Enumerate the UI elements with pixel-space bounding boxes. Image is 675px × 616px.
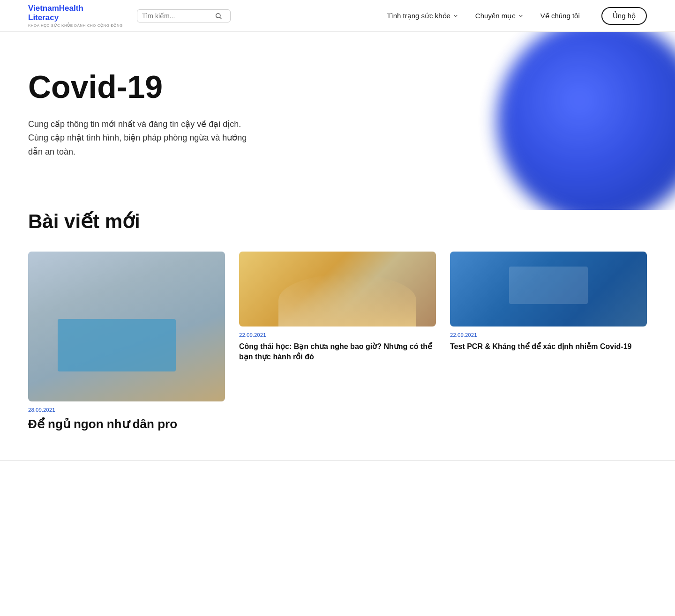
logo-title: VietnamHealthLiteracy <box>28 4 123 23</box>
post-image-pcr <box>450 252 647 327</box>
post-date-2: 22.09.2021 <box>239 332 436 338</box>
svg-line-1 <box>220 17 221 19</box>
hero-description: Cung cấp thông tin mới nhất và đáng tin … <box>28 118 258 159</box>
hero-text-block: Covid-19 Cung cấp thông tin mới nhất và … <box>28 69 291 159</box>
site-footer <box>0 460 675 489</box>
post-card-large[interactable]: 28.09.2021 Để ngủ ngon như dân pro <box>28 252 225 432</box>
main-nav: Tình trạng sức khỏe Chuyên mục Về chúng … <box>387 7 647 25</box>
new-posts-section: Bài viết mới 28.09.2021 Để ngủ ngon như … <box>0 210 675 460</box>
post-date-3: 22.09.2021 <box>450 332 647 338</box>
post-image-living-room <box>28 252 225 401</box>
logo-subtitle: KHOA HỌC SỨC KHỎE DÀNH CHO CỘNG ĐỒNG <box>28 23 123 28</box>
logo[interactable]: VietnamHealthLiteracy KHOA HỌC SỨC KHỎE … <box>28 4 123 28</box>
search-button[interactable] <box>215 12 222 20</box>
site-header: VietnamHealthLiteracy KHOA HỌC SỨC KHỎE … <box>0 0 675 32</box>
nav-item-tinh-trang[interactable]: Tình trạng sức khỏe <box>387 12 458 20</box>
post-date-1: 28.09.2021 <box>28 407 225 413</box>
hero-title: Covid-19 <box>28 69 291 104</box>
post-card-medium-1[interactable]: 22.09.2021 Công thái học: Bạn chưa nghe … <box>239 252 436 363</box>
search-icon <box>215 12 222 20</box>
section-title: Bài viết mới <box>28 210 647 233</box>
decorative-blob <box>497 32 675 210</box>
posts-grid: 28.09.2021 Để ngủ ngon như dân pro 22.09… <box>28 252 647 432</box>
nav-item-ve-chung-toi[interactable]: Về chúng tôi <box>540 12 580 20</box>
hero-section: Covid-19 Cung cấp thông tin mới nhất và … <box>0 32 675 210</box>
post-title-2: Công thái học: Bạn chưa nghe bao giờ? Nh… <box>239 341 436 363</box>
post-image-2 <box>239 252 436 327</box>
support-button[interactable]: Ủng hộ <box>601 7 647 25</box>
post-title-3: Test PCR & Kháng thể để xác định nhiễm C… <box>450 341 647 352</box>
search-input[interactable] <box>142 12 215 20</box>
post-image-3 <box>450 252 647 327</box>
nav-item-chuyen-muc[interactable]: Chuyên mục <box>475 12 524 20</box>
post-image-1 <box>28 252 225 401</box>
post-card-medium-2[interactable]: 22.09.2021 Test PCR & Kháng thể để xác đ… <box>450 252 647 352</box>
search-box[interactable] <box>137 9 231 22</box>
post-image-women <box>239 252 436 327</box>
chevron-down-icon <box>453 13 458 19</box>
post-title-1: Để ngủ ngon như dân pro <box>28 416 225 432</box>
chevron-down-icon <box>518 13 524 19</box>
